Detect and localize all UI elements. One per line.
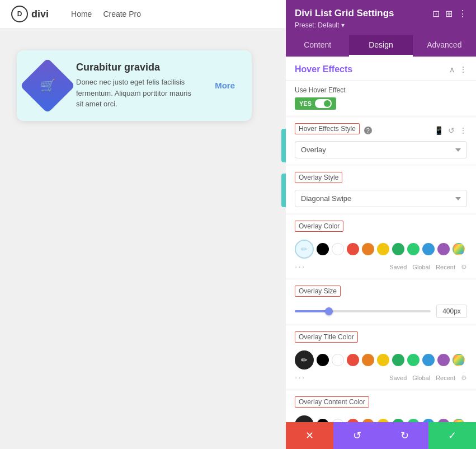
global-label[interactable]: Global [412, 264, 430, 270]
save-icon: ✓ [448, 429, 456, 442]
panel-tabs: Content Design Advanced [286, 35, 476, 57]
settings-panel: Divi List Grid Settings ⊡ ⊞ ⋮ Preset: De… [286, 0, 476, 449]
swatch-black[interactable] [317, 243, 329, 255]
undo-icon[interactable]: ↺ [448, 126, 455, 135]
swatch-white[interactable] [332, 243, 344, 255]
title-saved-label[interactable]: Saved [389, 375, 407, 381]
card-content: Curabitur gravida Donec nec justo eget f… [76, 62, 200, 110]
collapse-icon[interactable]: ∧ [449, 65, 455, 74]
swatch-green[interactable] [392, 243, 404, 255]
card-more-button[interactable]: More [209, 81, 241, 90]
title-swatch-purple[interactable] [437, 354, 450, 366]
accent-bar-1 [281, 129, 286, 162]
overlay-title-color-label: Overlay Title Color [295, 331, 358, 343]
section-controls: ∧ ⋮ [449, 65, 467, 74]
overlay-color-swatches: ✏ [295, 240, 467, 259]
overlay-content-color-label: Overlay Content Color [295, 396, 369, 408]
mobile-icon[interactable]: 📱 [434, 126, 444, 135]
hover-effect-toggle[interactable]: YES [295, 97, 336, 110]
panel-icon-square[interactable]: ⊡ [432, 8, 440, 19]
swatch-purple[interactable] [437, 243, 450, 255]
title-global-label[interactable]: Global [412, 375, 430, 381]
title-swatch-red[interactable] [347, 354, 359, 366]
overlay-color-label: Overlay Color [295, 221, 343, 232]
toggle-switch[interactable] [315, 99, 332, 108]
nav-home[interactable]: Home [71, 10, 92, 18]
overlay-content-color-swatches: ✏ [295, 415, 467, 422]
eyedropper-icon-dark: ✏ [301, 356, 308, 364]
recent-label[interactable]: Recent [436, 264, 455, 270]
reset-button[interactable]: ↺ [333, 422, 381, 449]
hover-effects-style-select[interactable]: Overlay Zoom Fade [295, 141, 467, 158]
save-button[interactable]: ✓ [428, 422, 476, 449]
title-recent-label[interactable]: Recent [436, 375, 455, 381]
swatches-more-dots[interactable]: ··· [295, 262, 305, 272]
hover-effects-style-label: Hover Effects Style [295, 123, 360, 134]
panel-preset[interactable]: Preset: Default ▾ [295, 21, 467, 29]
use-hover-effect-row: Use Hover Effect YES [286, 81, 476, 115]
logo-circle: D [11, 6, 28, 22]
overlay-size-value[interactable]: 400px [436, 305, 467, 318]
title-swatch-green[interactable] [392, 354, 404, 366]
cancel-button[interactable]: ✕ [286, 422, 333, 449]
panel-title: Divi List Grid Settings [295, 8, 394, 19]
title-swatch-white[interactable] [332, 354, 344, 366]
accent-bar-2 [281, 174, 286, 207]
title-color-settings-icon[interactable]: ⚙ [461, 374, 467, 382]
swatch-light-green[interactable] [407, 243, 420, 255]
overlay-size-thumb[interactable] [325, 307, 333, 315]
overlay-size-block: Overlay Size 400px [286, 280, 476, 324]
panel-icon-columns[interactable]: ⊞ [445, 8, 453, 19]
overlay-content-color-block: Overlay Content Color ✏ ··· [286, 391, 476, 422]
nav-create[interactable]: Create Pro [103, 10, 141, 18]
hover-effects-section-title: Hover Effects [295, 64, 352, 74]
swatch-yellow[interactable] [377, 243, 389, 255]
card-text: Donec nec justo eget felis facilisis fer… [76, 77, 200, 110]
nav-links: Home Create Pro [71, 10, 141, 18]
color-settings-icon[interactable]: ⚙ [461, 263, 467, 271]
title-swatch-gradient[interactable] [453, 354, 465, 366]
panel-content: Hover Effects ∧ ⋮ Use Hover Effect YES H… [286, 57, 476, 422]
cancel-icon: ✕ [305, 429, 314, 442]
overlay-color-picker-btn[interactable]: ✏ [295, 240, 314, 259]
overlay-style-select[interactable]: Diagonal Swipe Full Fade [295, 190, 467, 207]
panel-icon-menu[interactable]: ⋮ [458, 8, 467, 19]
swatch-orange[interactable] [362, 243, 374, 255]
preview-area: D divi Home Create Pro 🛒 Curabitur gravi… [0, 0, 286, 449]
overlay-color-block: Overlay Color ✏ ··· Saved [286, 215, 476, 278]
toggle-yes-text: YES [299, 100, 312, 107]
panel-toolbar: ✕ ↺ ↻ ✓ [286, 422, 476, 449]
divi-logo: D divi [11, 6, 49, 22]
title-swatch-yellow[interactable] [377, 354, 389, 366]
swatch-gradient[interactable] [453, 243, 465, 255]
more-icon[interactable]: ⋮ [459, 126, 467, 135]
tab-advanced[interactable]: Advanced [413, 35, 476, 57]
swatch-red[interactable] [347, 243, 359, 255]
overlay-size-track[interactable] [295, 310, 431, 312]
overlay-content-color-picker-btn[interactable]: ✏ [295, 415, 314, 422]
title-swatch-black[interactable] [317, 354, 329, 366]
panel-icons: ⊡ ⊞ ⋮ [432, 8, 467, 19]
overlay-style-block: Overlay Style Diagonal Swipe Full Fade [286, 166, 476, 213]
overlay-title-color-swatches: ✏ [295, 350, 467, 370]
panel-header: Divi List Grid Settings ⊡ ⊞ ⋮ Preset: De… [286, 0, 476, 35]
swatch-blue[interactable] [422, 243, 435, 255]
title-swatch-light-green[interactable] [407, 354, 420, 366]
title-swatch-orange[interactable] [362, 354, 374, 366]
overlay-title-color-picker-btn[interactable]: ✏ [295, 350, 314, 370]
title-swatches-more-dots[interactable]: ··· [295, 373, 305, 383]
tab-design[interactable]: Design [349, 35, 412, 57]
use-hover-label: Use Hover Effect [295, 86, 467, 94]
saved-label[interactable]: Saved [389, 264, 407, 270]
section-menu-icon[interactable]: ⋮ [459, 65, 467, 74]
overlay-title-color-block: Overlay Title Color ✏ ··· S [286, 326, 476, 389]
overlay-size-fill [295, 310, 329, 312]
overlay-style-label: Overlay Style [295, 172, 342, 183]
title-swatch-blue[interactable] [422, 354, 435, 366]
hover-effects-section-header: Hover Effects ∧ ⋮ [286, 57, 476, 81]
redo-button[interactable]: ↻ [381, 422, 428, 449]
tab-content[interactable]: Content [286, 35, 349, 57]
help-icon[interactable]: ? [364, 127, 372, 134]
redo-icon: ↻ [400, 429, 409, 442]
card-icon-inner: 🛒 [40, 78, 55, 93]
